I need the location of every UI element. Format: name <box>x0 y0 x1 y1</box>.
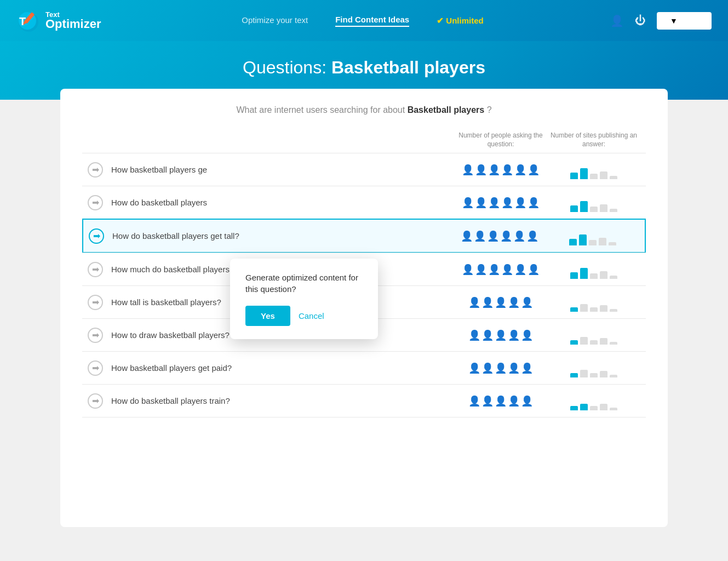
person-icon-gray: 👤 <box>508 363 520 373</box>
row-expand-icon[interactable]: ➡ <box>88 393 103 409</box>
person-icon-orange: 👤 <box>488 165 500 175</box>
question-text: How do basketball players train? <box>111 396 454 405</box>
row-expand-icon[interactable]: ➡ <box>88 162 103 178</box>
person-icon-gray: 👤 <box>495 396 507 406</box>
bar <box>600 338 607 345</box>
bar <box>600 404 607 410</box>
main-nav: Optimize your text Find Content Ideas ✔ … <box>115 15 610 27</box>
bar <box>580 168 588 179</box>
person-icon-orange: 👤 <box>501 165 513 175</box>
person-icon-orange: 👤 <box>462 265 474 274</box>
people-icons: 👤👤👤👤👤👤 <box>454 165 547 175</box>
person-icon-gray: 👤 <box>514 198 526 208</box>
bar-chart <box>547 160 640 179</box>
bar-chart <box>547 391 640 410</box>
row-expand-icon[interactable]: ➡ <box>88 262 103 277</box>
power-icon[interactable]: ⏻ <box>635 14 646 27</box>
people-icons: 👤👤👤👤👤 <box>454 396 547 406</box>
person-icon-gray: 👤 <box>521 396 533 406</box>
page-title: Questions: Basketball players <box>11 58 717 78</box>
bar <box>610 408 617 410</box>
person-icon-orange: 👤 <box>500 231 512 241</box>
person-icon-orange: 👤 <box>481 396 494 406</box>
user-icon[interactable]: 👤 <box>610 14 624 27</box>
bar <box>580 337 588 345</box>
people-icons: 👤👤👤👤👤 <box>454 363 547 373</box>
logo-text-bottom: Optimizer <box>45 18 101 30</box>
person-icon-gray: 👤 <box>508 396 520 406</box>
person-icon-gray: 👤 <box>521 363 533 373</box>
chevron-down-icon: ▼ <box>670 16 678 25</box>
bar-chart <box>547 358 640 377</box>
person-icon-orange: 👤 <box>488 198 500 208</box>
person-icon-gray: 👤 <box>528 265 540 274</box>
bar <box>590 340 598 345</box>
bar-chart <box>547 260 640 279</box>
bar <box>570 272 578 279</box>
person-icon-orange: 👤 <box>462 198 474 208</box>
row-expand-icon[interactable]: ➡ <box>88 328 103 343</box>
person-icon-orange: 👤 <box>501 265 513 274</box>
bar <box>590 207 598 212</box>
bar-chart <box>547 293 640 312</box>
bar <box>610 309 617 312</box>
person-icon-gray: 👤 <box>513 231 525 241</box>
person-icon-gray: 👤 <box>521 330 533 340</box>
bar <box>610 342 617 345</box>
bar <box>600 371 607 377</box>
question-row[interactable]: ➡How do basketball players train?👤👤👤👤👤 <box>82 384 646 417</box>
person-icon-gray: 👤 <box>514 165 526 175</box>
cancel-button[interactable]: Cancel <box>299 311 324 320</box>
person-icon-orange: 👤 <box>495 297 507 307</box>
person-icon-orange: 👤 <box>488 265 500 274</box>
bar <box>580 370 588 377</box>
nav-unlimited: ✔ Unlimited <box>437 16 484 26</box>
bar <box>600 204 607 212</box>
person-icon-orange: 👤 <box>462 165 474 175</box>
question-row[interactable]: ➡How basketball players ge👤👤👤👤👤👤 <box>82 153 646 186</box>
person-icon-gray: 👤 <box>521 297 533 307</box>
nav-find-content[interactable]: Find Content Ideas <box>335 15 409 27</box>
language-dropdown[interactable]: ▼ <box>657 12 712 30</box>
people-icons: 👤👤👤👤👤 <box>454 297 547 307</box>
person-icon-orange: 👤 <box>468 396 480 406</box>
person-icon-orange: 👤 <box>475 198 487 208</box>
person-icon-gray: 👤 <box>526 231 538 241</box>
bar <box>609 242 616 245</box>
bar <box>590 373 598 377</box>
person-icon-orange: 👤 <box>468 297 480 307</box>
row-expand-icon[interactable]: ➡ <box>88 360 103 376</box>
table-headers: Number of people asking the question: Nu… <box>82 131 646 148</box>
bar <box>590 307 598 312</box>
bar <box>570 173 578 179</box>
bar <box>579 234 587 245</box>
question-text: How basketball players get paid? <box>111 363 454 373</box>
question-row[interactable]: ➡How do basketball players get tall?👤👤👤👤… <box>82 219 646 253</box>
question-text: How do basketball players <box>111 198 454 207</box>
nav-optimize[interactable]: Optimize your text <box>242 15 308 26</box>
bar-chart <box>547 325 640 345</box>
row-expand-icon[interactable]: ➡ <box>88 295 103 310</box>
col-people-header: Number of people asking the question: <box>454 131 547 148</box>
bar <box>569 239 577 245</box>
person-icon-orange: 👤 <box>461 231 473 241</box>
bar <box>580 201 588 212</box>
question-row[interactable]: ➡How do basketball players👤👤👤👤👤👤 <box>82 186 646 219</box>
people-icons: 👤👤👤👤👤👤 <box>454 265 547 274</box>
person-icon-orange: 👤 <box>468 363 480 373</box>
logo[interactable]: T Text Optimizer <box>16 8 115 34</box>
bar <box>600 305 607 312</box>
bar <box>610 209 617 212</box>
person-icon-orange: 👤 <box>481 363 494 373</box>
row-expand-icon[interactable]: ➡ <box>89 228 104 244</box>
logo-icon: T <box>16 8 43 34</box>
row-expand-icon[interactable]: ➡ <box>88 195 103 210</box>
bar <box>599 238 606 245</box>
bar <box>589 240 597 245</box>
question-text: How basketball players ge <box>111 165 454 174</box>
bar <box>580 404 588 410</box>
person-icon-orange: 👤 <box>487 231 499 241</box>
yes-button[interactable]: Yes <box>245 306 290 326</box>
question-row[interactable]: ➡How basketball players get paid?👤👤👤👤👤 <box>82 351 646 385</box>
person-icon-orange: 👤 <box>468 330 480 340</box>
